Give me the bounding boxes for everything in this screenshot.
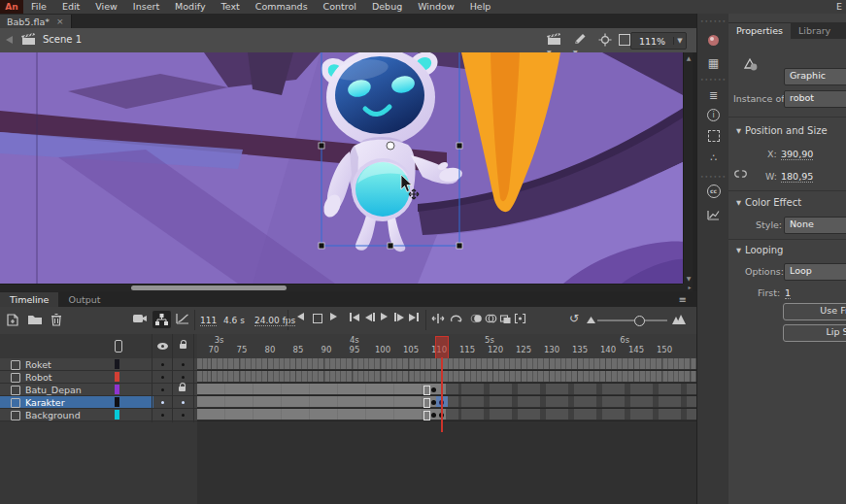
use-frame-picker-button[interactable]: Use Fra (783, 303, 846, 320)
eye-column-icon[interactable] (157, 343, 168, 350)
delete-layer-button[interactable] (51, 313, 62, 326)
go-to-first-frame-button[interactable] (350, 313, 359, 321)
section-looping[interactable]: ▼Looping (736, 245, 783, 255)
creative-cloud-icon[interactable]: cc (697, 185, 729, 198)
layer-visibility-toggle[interactable] (161, 376, 164, 379)
layer-name[interactable]: Karakter (25, 397, 65, 408)
tab-library[interactable]: Library (791, 23, 838, 39)
layer-outline-color[interactable] (115, 359, 119, 369)
step-forward-button[interactable] (330, 313, 337, 320)
layer-row-batu_depan[interactable]: Batu_Depan (0, 384, 197, 396)
step-forward-one-frame-button[interactable] (394, 313, 404, 321)
zoom-in-frames-icon[interactable] (672, 315, 686, 324)
layer-lock-toggle[interactable] (182, 376, 185, 379)
playhead-marker[interactable] (435, 336, 449, 359)
dock-grip[interactable]: •••••• (697, 78, 729, 81)
w-value[interactable]: 180,95 (781, 171, 813, 183)
onion-skin-outlines-button[interactable] (485, 313, 497, 324)
reset-zoom-icon[interactable]: ↺ (569, 312, 579, 325)
paint-ball-icon[interactable] (697, 35, 729, 46)
layer-lock-toggle[interactable] (182, 363, 185, 366)
dock-grip[interactable]: •••••• (697, 175, 729, 178)
layer-outline-color[interactable] (115, 385, 119, 394)
lip-sync-button[interactable]: Lip S (783, 324, 846, 342)
zoom-out-frames-icon[interactable] (587, 317, 595, 323)
keyframe-span[interactable] (197, 371, 696, 382)
new-layer-button[interactable] (6, 313, 20, 327)
symbol-type-dropdown[interactable]: Graphic (784, 68, 846, 85)
stage-canvas[interactable] (0, 52, 685, 284)
panel-menu-icon[interactable]: ≡ (679, 293, 687, 307)
layer-outline-color[interactable] (115, 397, 119, 407)
tab-output[interactable]: Output (58, 292, 110, 307)
section-color-effect[interactable]: ▼Color Effect (736, 197, 801, 208)
link-width-height-icon[interactable] (734, 169, 747, 179)
timeline-ruler[interactable]: 3s4s5s6s 7075808590951001051101151201251… (197, 334, 696, 359)
frame-track-roket[interactable] (197, 358, 696, 371)
menu-item-commands[interactable]: Commands (248, 0, 316, 14)
playhead-line[interactable] (441, 357, 443, 432)
info-panel-icon[interactable]: i (697, 109, 729, 121)
frame-span[interactable] (197, 384, 446, 394)
section-position-and-size[interactable]: ▼Position and Size (736, 125, 828, 136)
first-frame-value[interactable]: 1 (785, 287, 791, 299)
graph-panel-icon[interactable] (697, 210, 729, 220)
center-frame-icon[interactable] (598, 33, 612, 47)
scene-name-label[interactable]: Scene 1 (43, 34, 82, 45)
frame-track-batu_depan[interactable] (197, 384, 696, 396)
timeline-zoom-slider[interactable] (597, 319, 667, 321)
center-playhead-button[interactable] (431, 313, 445, 324)
new-folder-button[interactable] (27, 313, 43, 325)
span-end-marker[interactable] (423, 411, 430, 420)
lock-column-icon[interactable] (180, 344, 186, 349)
frame-track-karakter[interactable] (197, 396, 696, 409)
align-panel-icon[interactable]: ≣ (697, 89, 729, 102)
loop-options-dropdown[interactable]: Loop (784, 263, 846, 281)
menu-item-file[interactable]: File (23, 0, 54, 14)
layer-row-robot[interactable]: Robot (0, 371, 197, 384)
frame-track-robot[interactable] (197, 371, 696, 384)
menu-item-control[interactable]: Control (316, 0, 364, 14)
layer-name[interactable]: Robot (25, 372, 52, 383)
frame-span[interactable] (197, 409, 446, 420)
transform-panel-icon[interactable] (697, 130, 729, 142)
x-value[interactable]: 390,90 (781, 149, 813, 160)
step-back-one-frame-button[interactable] (365, 313, 375, 321)
camera-button[interactable] (132, 313, 148, 324)
layer-name[interactable]: Roket (25, 359, 51, 370)
show-parenting-view-button[interactable] (152, 311, 171, 328)
animate-logo[interactable]: An (0, 0, 23, 14)
loop-range-button[interactable] (449, 313, 463, 324)
layer-visibility-toggle[interactable] (161, 414, 164, 417)
keyframe-dot[interactable] (431, 413, 436, 418)
step-back-button[interactable] (297, 313, 304, 320)
instance-name-field[interactable]: robot (784, 90, 846, 108)
edit-multiple-frames-button[interactable] (499, 313, 512, 324)
document-tab[interactable]: Bab5.fla* × (0, 15, 72, 28)
empty-frames[interactable] (446, 409, 696, 420)
graph-editor-button[interactable] (176, 313, 189, 324)
layer-outline-color[interactable] (115, 410, 119, 420)
tab-close-icon[interactable]: × (56, 17, 64, 26)
empty-frames[interactable] (446, 396, 696, 407)
tab-timeline[interactable]: Timeline (0, 292, 58, 307)
layer-visibility-toggle[interactable] (161, 388, 164, 391)
span-end-marker[interactable] (423, 386, 430, 395)
loop-playback-button[interactable] (313, 314, 322, 323)
scrollbar-thumb[interactable] (131, 286, 287, 290)
dock-grip[interactable]: •••••• (697, 19, 729, 22)
layer-name[interactable]: Batu_Depan (25, 385, 82, 395)
layer-row-background[interactable]: Background (0, 409, 197, 421)
menu-item-help[interactable]: Help (462, 0, 499, 14)
menu-item-view[interactable]: View (87, 0, 125, 14)
layer-name[interactable]: Background (25, 410, 81, 420)
menu-item-edit[interactable]: Edit (54, 0, 87, 14)
menu-item-insert[interactable]: Insert (125, 0, 167, 14)
tab-properties[interactable]: Properties (728, 23, 791, 39)
menu-item-modify[interactable]: Modify (167, 0, 213, 14)
outline-color-column-icon[interactable] (115, 340, 122, 353)
modify-markers-button[interactable] (514, 313, 526, 324)
frame-span[interactable] (197, 396, 446, 407)
layer-visibility-toggle[interactable] (161, 401, 164, 404)
back-arrow-icon[interactable] (6, 36, 13, 44)
